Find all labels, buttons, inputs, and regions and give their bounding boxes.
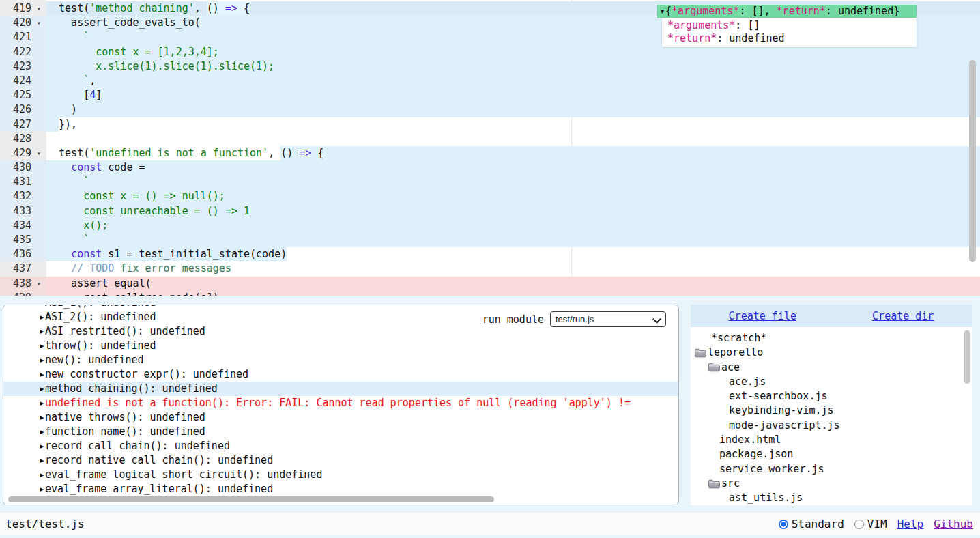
file-tree-file[interactable]: package.json [691, 447, 972, 462]
code-line-text: assert_equal( [46, 277, 980, 291]
code-token: 'undefined is not a function' [89, 146, 268, 160]
code-editor[interactable]: 419▾ test('method chaining', () => {420▾… [0, 0, 980, 296]
expand-triangle-icon[interactable]: ▸ [39, 325, 45, 337]
test-result-item[interactable]: ▸native throws(): undefined [39, 410, 678, 425]
expand-triangle-icon[interactable]: ▸ [39, 483, 45, 495]
test-result-item[interactable]: ▸eval_frame logical short circuit(): und… [39, 468, 678, 482]
code-token: // TODO [46, 261, 114, 276]
line-tail [96, 74, 980, 88]
file-tree-file[interactable]: service_worker.js [691, 462, 972, 477]
tooltip-entry[interactable]: *arguments*: [] [662, 19, 917, 32]
line-tail [77, 117, 980, 132]
expand-triangle-icon[interactable]: ▸ [39, 397, 45, 409]
gutter-cell: 430 [0, 160, 46, 175]
code-token: : [] [735, 19, 760, 31]
code-line: 426 ) [0, 102, 980, 117]
radio-unselected-icon[interactable] [854, 520, 864, 529]
caret-spacer [31, 189, 46, 203]
expand-triangle-icon[interactable]: ▸ [39, 454, 45, 466]
code-token: *arguments* [667, 19, 735, 31]
file-tree-file[interactable]: ext-searchbox.js [691, 389, 972, 404]
line-tail [108, 218, 980, 233]
caret-spacer [31, 175, 46, 189]
gutter-cell: 419▾ [0, 1, 46, 16]
test-result-item[interactable]: ▸throw(): undefined [39, 339, 678, 353]
file-tree-file[interactable]: ace.js [691, 375, 972, 389]
gutter-cell: 420▾ [0, 16, 46, 30]
code-token: const [71, 247, 102, 261]
caret-spacer [31, 204, 46, 218]
caret-spacer [31, 59, 46, 74]
test-result-item[interactable]: ▸function name(): undefined [39, 425, 678, 439]
expand-triangle-icon[interactable]: ▸ [39, 411, 45, 423]
file-tree-file[interactable]: keybinding-vim.js [691, 404, 972, 418]
test-result-item[interactable]: ▸new constructor expr(): undefined [39, 367, 678, 382]
file-tree-folder[interactable]: ace [691, 360, 972, 375]
run-module-label: run module [482, 313, 544, 326]
line-tail [231, 261, 980, 276]
line-tail [323, 146, 980, 160]
expand-triangle-icon[interactable]: ▸ [39, 339, 45, 352]
keybinding-option-standard[interactable]: Standard [779, 518, 844, 530]
test-result-item[interactable]: ▸eval_frame array_literal(): undefined [39, 482, 678, 496]
file-tree[interactable]: *scratch*leporelloaceace.jsext-searchbox… [691, 327, 972, 505]
line-tail [89, 175, 980, 189]
line-number: 439 [0, 291, 31, 296]
line-number: 421 [0, 30, 31, 44]
code-line: 439 root_calltree_node(s1), [0, 291, 980, 296]
test-result-item[interactable]: ▸record native call chain(): undefined [39, 453, 678, 468]
expand-triangle-icon[interactable]: ▸ [39, 440, 45, 452]
expand-triangle-icon[interactable]: ▸ [39, 368, 45, 380]
code-token: () [280, 146, 299, 160]
run-module-select[interactable]: test/run.js [550, 311, 666, 327]
code-line: 432 const x = () => null(); [0, 189, 980, 203]
files-vscrollbar-thumb[interactable] [964, 330, 970, 384]
file-tree-file[interactable]: mode-javascript.js [691, 419, 972, 433]
tooltip-header[interactable]: ▾{*arguments*: [], *return*: undefined} [657, 5, 917, 18]
help-link[interactable]: Help [897, 518, 924, 530]
results-hscrollbar-thumb[interactable] [8, 496, 494, 502]
file-tree-file[interactable]: ast_utils.js [691, 491, 972, 505]
test-result-item[interactable]: ▸method chaining(): undefined [3, 382, 678, 396]
fold-caret-icon[interactable]: ▾ [31, 1, 46, 16]
folder-icon [695, 348, 706, 358]
file-tree-folder[interactable]: src [691, 477, 972, 491]
radio-selected-icon[interactable] [779, 520, 788, 529]
fold-caret-icon[interactable]: ▾ [31, 16, 46, 30]
test-result-item[interactable]: ▸new(): undefined [39, 353, 678, 367]
tooltip-entry[interactable]: *return*: undefined [662, 32, 917, 45]
caret-spacer [31, 247, 46, 261]
test-result-item[interactable]: ▸ASI_1(): undefined [39, 305, 678, 310]
expand-triangle-icon[interactable]: ▸ [39, 382, 45, 395]
fold-caret-icon[interactable]: ▾ [31, 277, 46, 291]
create-dir-link[interactable]: Create dir [872, 310, 934, 322]
code-line-text: // TODO fix error messages [46, 261, 980, 276]
file-tree-file[interactable]: *scratch* [691, 331, 972, 345]
test-result-item[interactable]: ▸undefined is not a function(): Error: F… [39, 396, 678, 410]
gutter-cell: 438▾ [0, 277, 46, 291]
fold-caret-icon[interactable]: ▾ [31, 146, 46, 160]
line-tail [102, 88, 980, 102]
code-line: 427 }), [0, 117, 980, 132]
expand-triangle-icon[interactable]: ▸ [39, 311, 45, 323]
github-link[interactable]: Github [934, 518, 973, 530]
code-line: 428 [0, 132, 980, 146]
expand-triangle-icon[interactable]: ▸ [39, 354, 45, 366]
line-tail [250, 204, 980, 218]
gutter-cell: 439 [0, 291, 46, 296]
code-token: ] [96, 88, 102, 102]
file-name: ast_utils.js [729, 491, 803, 505]
expand-triangle-icon[interactable]: ▸ [39, 305, 45, 309]
test-result-item[interactable]: ▸record call chain(): undefined [39, 439, 678, 453]
results-hscrollbar[interactable] [5, 496, 676, 503]
file-tree-file[interactable]: index.html [691, 433, 972, 447]
file-tree-folder[interactable]: leporello [691, 345, 972, 360]
expand-triangle-icon[interactable]: ▸ [39, 425, 45, 438]
caret-spacer [31, 45, 46, 59]
create-file-link[interactable]: Create file [729, 310, 796, 322]
editor-vscrollbar-thumb[interactable] [969, 60, 976, 262]
expand-triangle-icon[interactable]: ▸ [39, 468, 45, 481]
keybinding-option-vim[interactable]: VIM [854, 518, 887, 530]
gutter-cell: 429▾ [0, 146, 46, 160]
code-token: test( [46, 146, 89, 160]
